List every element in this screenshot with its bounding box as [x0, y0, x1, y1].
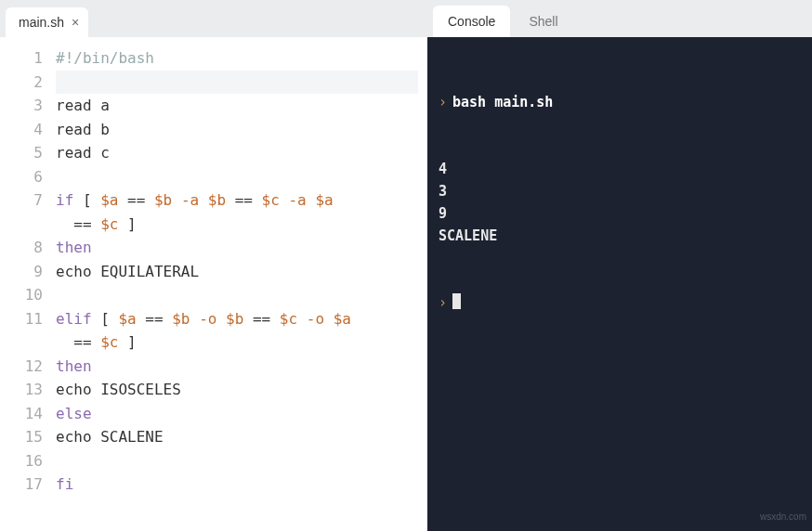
code-line[interactable]: == $c ] — [56, 213, 418, 237]
line-number: 17 — [0, 473, 43, 497]
cursor-icon — [452, 293, 461, 309]
code-line[interactable]: read b — [56, 118, 418, 142]
code-line[interactable]: else — [56, 402, 418, 426]
code-line[interactable]: echo ISOSCELES — [56, 378, 418, 402]
tab-console[interactable]: Console — [433, 6, 510, 37]
console-prompt-line: › — [439, 291, 801, 314]
code-line[interactable]: elif [ $a == $b -o $b == $c -o $a — [56, 307, 418, 331]
code-line[interactable]: echo SCALENE — [56, 425, 418, 449]
console-output-line: 4 — [439, 158, 801, 180]
code-line[interactable] — [56, 71, 418, 95]
line-number: 1 — [0, 46, 43, 71]
watermark: wsxdn.com — [760, 506, 806, 528]
line-gutter: 1234567891011121314151617 — [0, 46, 56, 531]
console-line: ›bash main.sh — [439, 91, 801, 113]
line-number: 2 — [0, 71, 43, 95]
code-line[interactable]: echo EQUILATERAL — [56, 260, 418, 284]
right-pane: Console Shell ›bash main.sh 439SCALENE ›… — [427, 0, 812, 531]
line-number: 10 — [0, 283, 43, 307]
editor-pane: main.sh × 1234567891011121314151617 #!/b… — [0, 0, 427, 531]
line-number: 3 — [0, 94, 43, 118]
line-number: 16 — [0, 449, 43, 473]
right-tabs: Console Shell — [427, 0, 812, 37]
console-output[interactable]: ›bash main.sh 439SCALENE › wsxdn.com — [427, 37, 812, 531]
line-number: 15 — [0, 425, 43, 449]
line-number: 12 — [0, 355, 43, 379]
line-number: 13 — [0, 378, 43, 402]
code-line[interactable]: then — [56, 355, 418, 379]
line-number: 7 — [0, 188, 43, 213]
code-line[interactable]: #!/bin/bash — [56, 46, 418, 71]
console-command: bash main.sh — [452, 94, 553, 110]
editor-tabs: main.sh × — [0, 0, 427, 37]
file-tab-label: main.sh — [19, 15, 64, 30]
code-line[interactable]: == $c ] — [56, 330, 418, 355]
line-number: 4 — [0, 118, 43, 142]
console-output-line: SCALENE — [439, 225, 801, 247]
tab-shell[interactable]: Shell — [514, 6, 572, 37]
console-output-line: 9 — [439, 202, 801, 225]
line-number: 11 — [0, 307, 43, 331]
code-line[interactable]: then — [56, 236, 418, 260]
code-line[interactable]: fi — [56, 473, 418, 497]
code-line[interactable]: if [ $a == $b -a $b == $c -a $a — [56, 188, 418, 213]
code-line[interactable] — [56, 449, 418, 473]
line-number: 8 — [0, 236, 43, 260]
code-line[interactable]: read a — [56, 94, 418, 118]
line-number: 14 — [0, 402, 43, 426]
line-number: 6 — [0, 165, 43, 189]
console-output-lines: 439SCALENE — [439, 158, 801, 247]
code-line[interactable]: read c — [56, 141, 418, 165]
line-number: 9 — [0, 260, 43, 284]
prompt-icon: › — [439, 294, 447, 311]
code-area[interactable]: #!/bin/bashread aread bread cif [ $a == … — [56, 46, 427, 531]
code-editor[interactable]: 1234567891011121314151617 #!/bin/bashrea… — [0, 37, 427, 531]
file-tab-main[interactable]: main.sh × — [6, 7, 88, 37]
line-number: 5 — [0, 141, 43, 165]
close-icon[interactable]: × — [72, 15, 79, 30]
code-line[interactable] — [56, 165, 418, 189]
prompt-icon: › — [439, 94, 447, 110]
console-output-line: 3 — [439, 180, 801, 202]
code-line[interactable] — [56, 283, 418, 307]
